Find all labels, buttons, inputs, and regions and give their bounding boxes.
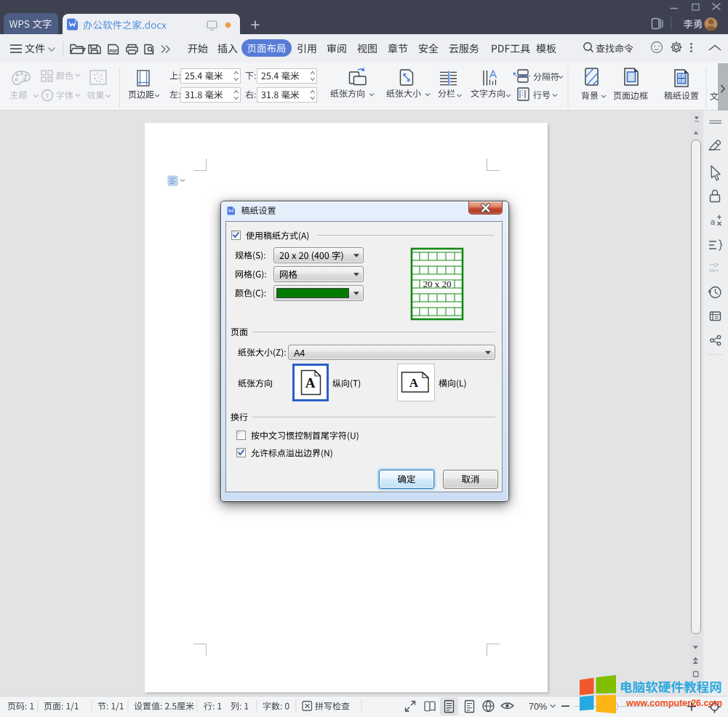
svg-text:a: a: [711, 217, 716, 226]
svg-text:A: A: [305, 375, 316, 390]
svg-text:A: A: [409, 376, 419, 390]
svg-text:PDF: PDF: [110, 49, 119, 53]
svg-text:70%: 70%: [529, 702, 547, 712]
svg-text:A4: A4: [294, 348, 305, 358]
svg-text:www.computer26.com: www.computer26.com: [625, 698, 722, 708]
svg-text:20 x 20: 20 x 20: [423, 279, 452, 289]
svg-text:T: T: [45, 92, 49, 100]
